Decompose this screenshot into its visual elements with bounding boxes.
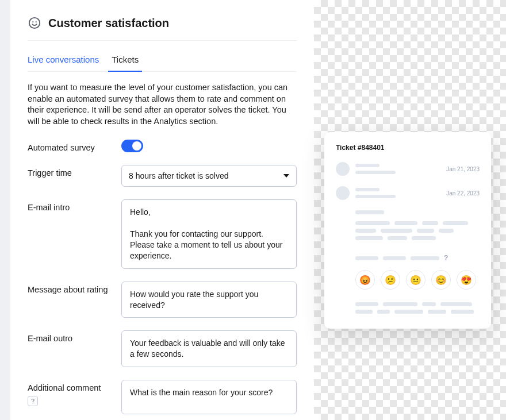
- preview-footer-skeleton: [355, 302, 480, 314]
- tab-live-conversations[interactable]: Live conversations: [28, 49, 99, 71]
- help-icon[interactable]: ?: [28, 396, 38, 406]
- svg-point-2: [36, 21, 37, 22]
- trigger-time-label: Trigger time: [28, 165, 111, 178]
- svg-point-1: [32, 21, 33, 22]
- automated-survey-toggle[interactable]: [121, 140, 143, 152]
- email-intro-input[interactable]: Hello, Thank you for contacting our supp…: [121, 199, 297, 268]
- email-preview-card: Ticket #848401 Jan 21, 2023 Jan 22, 2023: [324, 132, 491, 329]
- email-outro-input[interactable]: Your feedback is valuable and will only …: [121, 330, 297, 367]
- skeleton-line: [355, 171, 396, 174]
- question-mark: ?: [444, 254, 448, 262]
- svg-point-0: [29, 18, 40, 28]
- skeleton-line: [355, 164, 379, 167]
- preview-pane: Ticket #848401 Jan 21, 2023 Jan 22, 2023: [314, 0, 506, 420]
- rating-emoji-2[interactable]: 😕: [381, 270, 400, 290]
- additional-comment-label: Additional comment: [28, 383, 101, 392]
- additional-comment-input[interactable]: What is the main reason for your score?: [121, 380, 297, 414]
- rating-emoji-row: 😡 😕 😐 😊 😍: [355, 270, 480, 290]
- preview-body-skeleton: ?: [355, 210, 480, 262]
- rating-emoji-4[interactable]: 😊: [431, 270, 451, 290]
- email-intro-label: E-mail intro: [28, 199, 111, 212]
- rating-emoji-3[interactable]: 😐: [406, 270, 425, 290]
- avatar: [336, 186, 350, 200]
- skeleton-line: [355, 188, 379, 191]
- rating-message-input[interactable]: How would you rate the support you recei…: [121, 282, 297, 318]
- page-title: Customer satisfaction: [48, 17, 169, 30]
- rating-emoji-5[interactable]: 😍: [457, 270, 476, 290]
- chevron-down-icon: [283, 174, 289, 178]
- timestamp: Jan 22, 2023: [446, 190, 480, 196]
- rating-message-label: Message about rating: [28, 282, 111, 294]
- trigger-time-select[interactable]: 8 hours after ticket is solved: [121, 165, 297, 187]
- tabs: Live conversations Tickets: [28, 49, 297, 72]
- customer-satisfaction-icon: [28, 16, 41, 30]
- intro-text: If you want to measure the level of your…: [28, 82, 297, 127]
- skeleton-line: [355, 195, 396, 198]
- rating-emoji-1[interactable]: 😡: [355, 270, 375, 290]
- ticket-number: Ticket #848401: [336, 144, 480, 152]
- settings-panel: Customer satisfaction Live conversations…: [10, 0, 314, 420]
- tab-tickets[interactable]: Tickets: [112, 49, 139, 71]
- trigger-time-value: 8 hours after ticket is solved: [129, 171, 229, 180]
- timestamp: Jan 21, 2023: [446, 166, 480, 172]
- email-outro-label: E-mail outro: [28, 330, 111, 343]
- avatar: [336, 162, 350, 176]
- automated-survey-label: Automated survey: [28, 140, 111, 152]
